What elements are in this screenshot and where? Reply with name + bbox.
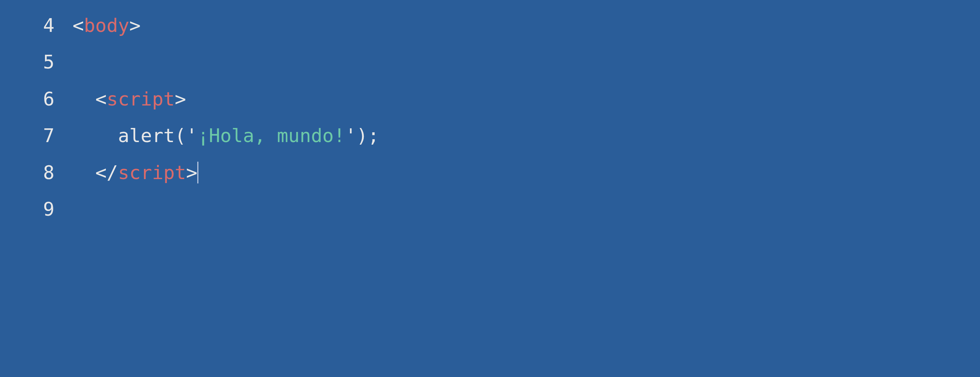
angle-bracket: < [73,14,84,36]
code-content[interactable]: alert('¡Hola, mundo!'); [73,117,379,154]
code-line[interactable]: 4 <body> [0,7,980,44]
text-cursor [197,162,198,184]
line-number: 4 [0,7,73,44]
html-tag: body [84,14,129,36]
html-tag: script [107,88,175,110]
code-line[interactable]: 6 <script> [0,81,980,117]
function-call: alert [118,125,175,146]
angle-bracket: > [175,88,186,110]
code-content[interactable]: <script> [73,81,186,117]
line-number: 5 [0,44,73,81]
code-line[interactable]: 5 [0,44,980,81]
semicolon: ; [368,125,379,146]
line-number: 6 [0,81,73,117]
string-literal: ¡Hola, mundo! [197,125,345,146]
line-number: 9 [0,191,73,228]
code-line[interactable]: 9 [0,191,980,228]
code-content[interactable]: <body> [73,7,141,44]
angle-bracket: </ [95,162,118,184]
code-line[interactable]: 7 alert('¡Hola, mundo!'); [0,117,980,154]
html-tag: script [118,162,186,184]
paren-open: ( [175,125,186,146]
angle-bracket: > [186,162,197,184]
line-number: 7 [0,117,73,154]
quote: ' [345,125,356,146]
code-content[interactable]: </script> [73,154,198,191]
code-line[interactable]: 8 </script> [0,154,980,191]
paren-close: ) [356,125,368,146]
line-number: 8 [0,154,73,191]
angle-bracket: < [95,88,107,110]
angle-bracket: > [129,14,141,36]
quote: ' [186,125,197,146]
code-editor[interactable]: 4 <body> 5 6 <script> 7 alert('¡Hola, mu… [0,7,980,228]
